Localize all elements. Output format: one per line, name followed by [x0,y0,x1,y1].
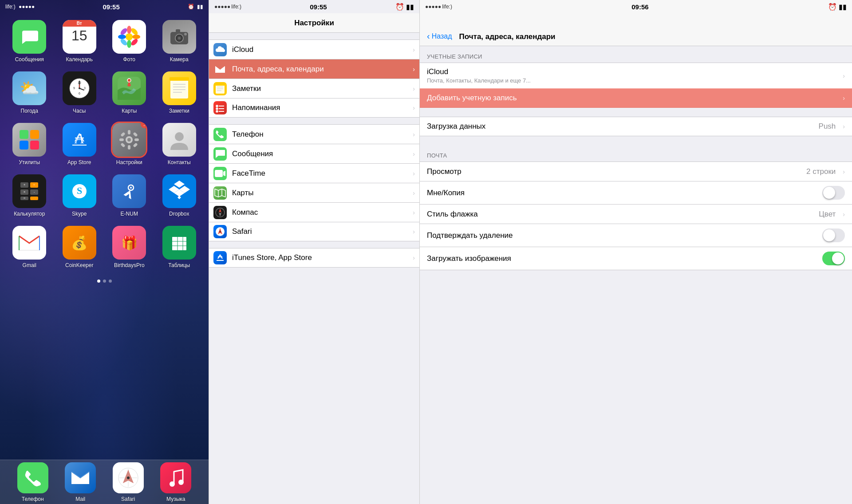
messages-settings-label: Сообщения [232,150,407,158]
icloud-icon [213,43,227,56]
dock-music[interactable]: Музыка [160,462,191,502]
flag-style-cell[interactable]: Стиль флажка Цвет › [420,204,852,224]
app-settings[interactable]: 1 Настройки [109,123,150,165]
settings-compass[interactable]: Компас › [209,202,419,222]
confirm-delete-toggle[interactable] [822,228,845,242]
appstore-icon: A [63,123,96,157]
data-load-content: Загрузка данных [427,122,815,131]
settings-icloud[interactable]: iCloud › [209,39,419,59]
app-clock[interactable]: 12 3 6 9 Часы [59,71,100,114]
settings-safari[interactable]: Safari › [209,222,419,241]
settings-reminders[interactable]: Напоминания › [209,98,419,118]
settings-messages[interactable]: Сообщения › [209,144,419,163]
detail-time: 09:56 [631,3,648,11]
settings-list: iCloud › Почта, адреса, календари › Заме… [209,33,419,504]
back-button[interactable]: ‹ Назад [427,31,452,41]
svg-point-1 [126,33,133,40]
utilities-label: Утилиты [19,159,40,165]
svg-rect-14 [176,29,180,32]
settings-facetime[interactable]: FaceTime › [209,163,419,183]
svg-point-90 [178,480,184,485]
home-carrier: life:) ●●●●● [5,4,35,10]
app-utilities[interactable]: Утилиты [9,123,50,165]
page-dot-2 [103,280,106,283]
icloud-account-cell[interactable]: iCloud Почта, Контакты, Календари и еще … [420,63,852,88]
svg-rect-36 [20,141,28,150]
app-sheets[interactable]: Таблицы [159,226,200,268]
svg-rect-47 [119,138,124,141]
svg-rect-46 [128,145,130,150]
mail-dock-label: Mail [75,496,85,502]
preview-title: Просмотр [427,167,803,176]
settings-maps[interactable]: Карты › [209,183,419,202]
app-photos[interactable]: Фото [109,20,150,63]
app-messages[interactable]: Сообщения [9,20,50,63]
settings-phone[interactable]: Телефон › [209,124,419,144]
settings-notes[interactable]: Заметки › [209,79,419,98]
settings-group-stores: iTunes Store, App Store › [209,248,419,268]
app-skype[interactable]: S Skype [59,174,100,217]
svg-point-4 [118,35,126,39]
add-account-title: Добавить учетную запись [427,94,839,102]
svg-rect-59 [30,197,38,200]
add-account-cell[interactable]: Добавить учетную запись › [420,88,852,108]
app-calendar[interactable]: Вт 15 Календарь [59,20,100,63]
detail-battery: ▮▮ [839,3,847,11]
flag-style-title: Стиль флажка [427,210,815,219]
app-calculator[interactable]: + ÷ × - = Калькулятор [9,174,50,217]
app-appstore[interactable]: A App Store [59,123,100,165]
weather-icon: ⛅ [12,71,46,105]
dock-phone[interactable]: Телефон [17,462,48,502]
svg-rect-96 [215,83,225,86]
load-images-toggle[interactable] [822,252,845,265]
camera-label: Камера [170,56,189,63]
app-birthdayspro[interactable]: 🎁 BirthdaysPro [109,226,150,268]
app-contacts[interactable]: Контакты [159,123,200,165]
app-camera[interactable]: Камера [159,20,200,63]
cc-bcc-content: Мне/Копия [427,189,819,197]
dock-safari[interactable]: Safari [113,462,144,502]
skype-icon: S [63,174,96,208]
svg-text:3: 3 [84,87,86,90]
messages-settings-icon [213,147,227,161]
preview-value: 2 строки [806,167,836,176]
reminders-icon [213,101,227,114]
app-notes[interactable]: Заметки [159,71,200,114]
flag-style-content: Стиль флажка [427,210,815,219]
cc-bcc-toggle[interactable] [822,186,845,200]
preview-cell[interactable]: Просмотр 2 строки › [420,161,852,181]
data-load-value: Push [819,122,836,131]
svg-point-3 [127,40,131,48]
svg-text:12: 12 [78,81,81,84]
facetime-label: FaceTime [232,169,407,178]
cc-bcc-cell: Мне/Копия [420,181,852,204]
gmail-icon [12,226,46,260]
coinkeeper-icon: 💰 [63,226,96,260]
settings-nav-title: Настройки [294,19,334,28]
settings-mail-accounts[interactable]: Почта, адреса, календари › [209,59,419,79]
load-images-knob [832,252,844,264]
icloud-account-content: iCloud Почта, Контакты, Календари и еще … [427,67,839,84]
dock-mail[interactable]: Mail [65,462,96,502]
compass-icon [213,206,227,219]
app-enum[interactable]: E-NUM [109,174,150,217]
maps-settings-label: Карты [232,189,407,197]
safari-settings-icon [213,225,227,238]
calculator-icon: + ÷ × - = [12,174,46,208]
app-coinkeeper[interactable]: 💰 CoinKeeper [59,226,100,268]
clock-icon: 12 3 6 9 [63,71,96,105]
compass-label: Компас [232,208,407,217]
svg-text:=: = [24,196,26,200]
mail-section-header: ПОЧТА [420,145,852,161]
home-screen: life:) ●●●●● 09:55 ⏰ ▮▮ Сообщения Вт 15 … [0,0,209,504]
accounts-section-header: УЧЕТНЫЕ ЗАПИСИ [420,46,852,63]
app-weather[interactable]: ⛅ Погода [9,71,50,114]
settings-appstore[interactable]: iTunes Store, App Store › [209,248,419,268]
messages-icon [12,20,46,54]
app-dropbox[interactable]: Dropbox [159,174,200,217]
app-gmail[interactable]: Gmail [9,226,50,268]
data-load-cell[interactable]: Загрузка данных Push › [420,117,852,136]
svg-marker-105 [215,189,225,197]
app-maps[interactable]: Карты [109,71,150,114]
dock: Телефон Mail [0,460,209,504]
